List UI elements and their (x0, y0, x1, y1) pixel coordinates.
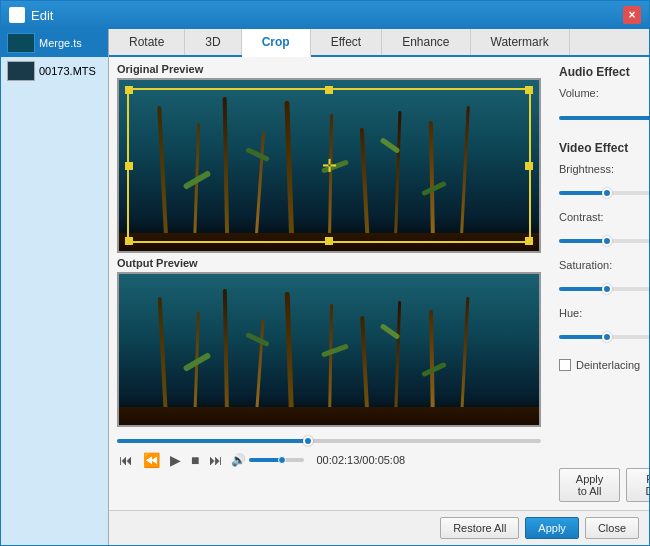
right-panel: Audio Effect Volume: 100% (549, 57, 649, 510)
progress-thumb[interactable] (303, 436, 313, 446)
volume-slider-fill (559, 116, 649, 120)
apply-to-all-button[interactable]: Apply to All (559, 468, 620, 502)
brightness-slider-thumb[interactable] (602, 188, 612, 198)
saturation-slider-thumb[interactable] (602, 284, 612, 294)
content-area: Original Preview (109, 57, 649, 510)
volume-icon: 🔊 (231, 453, 246, 467)
brightness-slider-track[interactable] (559, 191, 649, 195)
tabs-bar: Rotate 3D Crop Effect Enhance Watermark (109, 29, 649, 57)
sidebar-label-merge: Merge.ts (39, 37, 82, 49)
skip-forward-button[interactable]: ⏭ (207, 453, 225, 467)
contrast-label: Contrast: (559, 211, 619, 223)
tab-enhance[interactable]: Enhance (382, 29, 470, 55)
saturation-label: Saturation: (559, 259, 619, 271)
file-thumb-mts (7, 61, 35, 81)
deinterlacing-label: Deinterlacing (576, 359, 640, 371)
saturation-slider-track[interactable] (559, 287, 649, 291)
deinterlacing-checkbox[interactable] (559, 359, 571, 371)
hue-label: Hue: (559, 307, 619, 319)
tab-rotate[interactable]: Rotate (109, 29, 185, 55)
app-icon (9, 7, 25, 23)
hue-slider-thumb[interactable] (602, 332, 612, 342)
original-preview-label: Original Preview (117, 63, 541, 75)
saturation-slider-fill (559, 287, 607, 291)
output-scene (119, 274, 539, 425)
tab-watermark[interactable]: Watermark (471, 29, 570, 55)
crop-overlay: ✛ (127, 88, 531, 243)
brightness-slider-row: 0 ▲ ▼ (559, 184, 649, 202)
apply-all-section: Apply to All Restore Defaults (559, 468, 649, 502)
volume-control[interactable]: 🔊 (231, 453, 304, 467)
contrast-slider-row: 0 ▲ ▼ (559, 232, 649, 250)
output-preview-label: Output Preview (117, 257, 541, 269)
rewind-button[interactable]: ⏪ (141, 453, 162, 467)
volume-track[interactable] (249, 458, 304, 462)
output-preview-box (117, 272, 541, 427)
tab-effect[interactable]: Effect (311, 29, 382, 55)
hue-slider-track[interactable] (559, 335, 649, 339)
contrast-label-row: Contrast: (559, 211, 649, 223)
restore-all-button[interactable]: Restore All (440, 517, 519, 539)
progress-track[interactable] (117, 439, 541, 443)
contrast-slider-fill (559, 239, 607, 243)
close-window-button[interactable]: × (623, 6, 641, 24)
brightness-label-row: Brightness: (559, 163, 649, 175)
volume-thumb[interactable] (278, 456, 286, 464)
audio-effect-title: Audio Effect (559, 65, 649, 79)
tab-3d[interactable]: 3D (185, 29, 241, 55)
progress-fill (117, 439, 308, 443)
hue-slider-row: 0 ▲ ▼ (559, 328, 649, 346)
play-button[interactable]: ▶ (168, 453, 183, 467)
edit-window: Edit × Merge.ts 00173.MTS Rotate 3D Crop… (0, 0, 650, 546)
progress-bar[interactable] (117, 435, 541, 447)
sidebar-item-mts[interactable]: 00173.MTS (1, 57, 108, 85)
contrast-slider-thumb[interactable] (602, 236, 612, 246)
title-bar: Edit × (1, 1, 649, 29)
saturation-slider-row: 0 ▲ ▼ (559, 280, 649, 298)
brightness-label: Brightness: (559, 163, 619, 175)
hue-slider-fill (559, 335, 607, 339)
volume-row: Volume: (559, 87, 649, 99)
bottom-buttons: Restore All Apply Close (109, 510, 649, 545)
window-title: Edit (31, 8, 623, 23)
left-panel: Original Preview (109, 57, 549, 510)
hue-label-row: Hue: (559, 307, 649, 319)
brightness-slider-fill (559, 191, 607, 195)
saturation-label-row: Saturation: (559, 259, 649, 271)
original-preview-box: ✛ (117, 78, 541, 253)
tab-crop[interactable]: Crop (242, 29, 311, 57)
file-thumb-merge (7, 33, 35, 53)
deinterlacing-row: Deinterlacing (559, 359, 649, 371)
volume-slider-track[interactable] (559, 116, 649, 120)
volume-label: Volume: (559, 87, 619, 99)
volume-slider-row: 100% (559, 108, 649, 128)
restore-defaults-button[interactable]: Restore Defaults (626, 468, 649, 502)
transport-controls: ⏮ ⏪ ▶ ■ ⏭ 🔊 00:02:13/00:05:08 (117, 451, 541, 469)
stop-button[interactable]: ■ (189, 453, 201, 467)
sidebar-item-merge[interactable]: Merge.ts (1, 29, 108, 57)
skip-back-button[interactable]: ⏮ (117, 453, 135, 467)
crop-crosshair: ✛ (322, 157, 337, 175)
original-scene: ✛ (119, 80, 539, 251)
file-list: Merge.ts 00173.MTS (1, 29, 109, 545)
contrast-slider-track[interactable] (559, 239, 649, 243)
close-button[interactable]: Close (585, 517, 639, 539)
time-display: 00:02:13/00:05:08 (316, 454, 405, 466)
apply-button[interactable]: Apply (525, 517, 579, 539)
video-effect-title: Video Effect (559, 141, 649, 155)
sidebar-label-mts: 00173.MTS (39, 65, 96, 77)
